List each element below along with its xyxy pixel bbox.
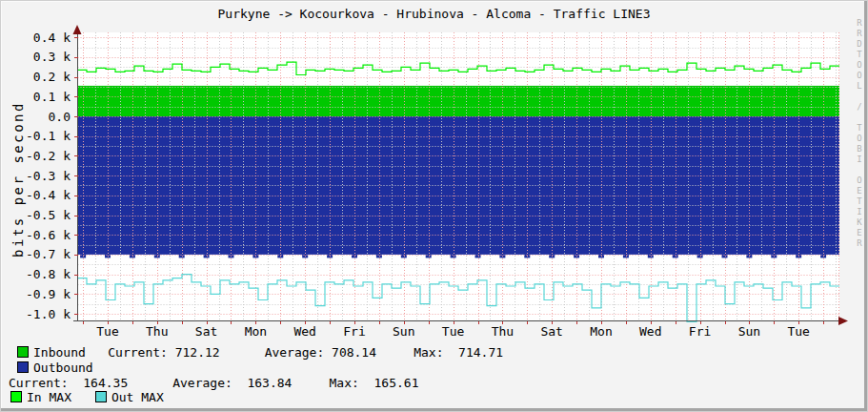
svg-text:-0.7 k: -0.7 k xyxy=(26,247,71,261)
y-axis-arrow xyxy=(73,25,82,34)
svg-text:-0.6 k: -0.6 k xyxy=(26,228,71,242)
inbound-swatch xyxy=(17,346,29,358)
svg-text:-0.9 k: -0.9 k xyxy=(26,287,71,301)
legend-in-max-label: In MAX xyxy=(27,390,71,404)
svg-text:Fri: Fri xyxy=(343,324,365,339)
svg-text:Mon: Mon xyxy=(245,324,267,339)
svg-text:Mon: Mon xyxy=(590,324,612,339)
rrdtool-traffic-graph: Purkyne -> Kocourkova - Hrubinova - Alco… xyxy=(0,0,868,412)
legend-row-max: In MAX Out MAX xyxy=(10,390,164,403)
svg-text:Sat: Sat xyxy=(195,324,217,339)
legend-row-outbound: Outbound xyxy=(17,360,93,374)
in-max-swatch xyxy=(10,391,22,402)
legend-outbound-stats: Current: 164.35 Average: 163.84 Max: 165… xyxy=(9,376,418,390)
svg-text:-0.3 k: -0.3 k xyxy=(26,169,71,183)
svg-text:-0.2 k: -0.2 k xyxy=(26,149,71,163)
svg-text:Tue: Tue xyxy=(787,324,810,339)
outbound-swatch xyxy=(17,361,29,373)
svg-text:-0.8 k: -0.8 k xyxy=(26,267,71,281)
svg-text:-1.0 k: -1.0 k xyxy=(26,307,71,321)
svg-text:0.4 k: 0.4 k xyxy=(33,31,71,45)
svg-text:Fri: Fri xyxy=(689,324,711,339)
svg-text:Thu: Thu xyxy=(146,324,168,339)
svg-text:-0.1 k: -0.1 k xyxy=(26,129,71,143)
legend-row-inbound: Inbound Current: 712.12 Average: 708.14 … xyxy=(17,345,503,359)
svg-text:-0.5 k: -0.5 k xyxy=(26,208,71,222)
svg-text:-0.4 k: -0.4 k xyxy=(26,188,71,202)
svg-text:Sat: Sat xyxy=(540,324,562,339)
svg-text:Sun: Sun xyxy=(738,324,760,339)
svg-text:0.1 k: 0.1 k xyxy=(33,90,71,104)
svg-text:Tue: Tue xyxy=(442,324,465,339)
svg-text:0.0: 0.0 xyxy=(49,110,71,124)
out-max-swatch xyxy=(95,391,107,402)
svg-text:Wed: Wed xyxy=(293,324,315,339)
svg-text:0.2 k: 0.2 k xyxy=(33,70,71,84)
legend-out-max-label: Out MAX xyxy=(111,390,164,404)
x-tick-labels: TueThuSatMonWedFriSunTueThuSatMonWedFriS… xyxy=(96,324,810,339)
svg-text:Tue: Tue xyxy=(96,324,119,339)
legend-row-outbound-stats: Current: 164.35 Average: 163.84 Max: 165… xyxy=(9,376,418,389)
svg-text:0.3 k: 0.3 k xyxy=(33,50,71,64)
y-tick-labels: 0.4 k0.3 k0.2 k0.1 k0.0-0.1 k-0.2 k-0.3 … xyxy=(26,31,71,321)
legend-inbound-stats: Inbound Current: 712.12 Average: 708.14 … xyxy=(33,345,503,360)
svg-text:Thu: Thu xyxy=(492,324,514,339)
x-axis-arrow xyxy=(838,317,848,325)
legend-outbound-label: Outbound xyxy=(33,360,93,375)
svg-text:Wed: Wed xyxy=(639,324,661,339)
svg-text:Sun: Sun xyxy=(393,324,414,339)
